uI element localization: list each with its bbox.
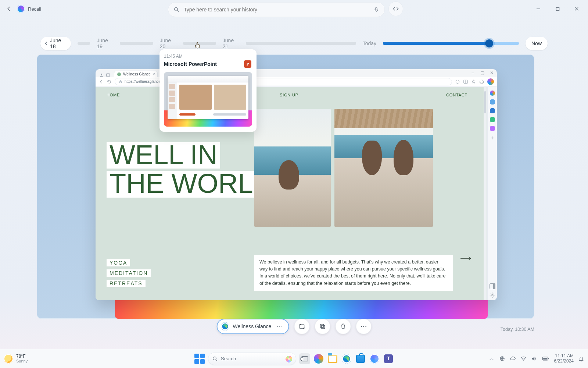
wifi-icon[interactable] (520, 355, 527, 362)
more-icon[interactable]: ⋯ (276, 322, 284, 330)
maximize-button[interactable] (549, 3, 566, 15)
timeline-segment[interactable] (78, 42, 90, 45)
copilot-icon (487, 78, 494, 85)
timeline-date-1: June 19 (97, 38, 113, 49)
copy-button[interactable] (315, 319, 330, 334)
copilot-taskbar-button[interactable] (313, 353, 324, 364)
notifications-icon[interactable] (578, 355, 584, 362)
site-tag: RETREATS (107, 280, 146, 287)
timeline-progress (383, 42, 489, 45)
shopping-icon (490, 117, 495, 122)
taskbar[interactable]: 78°F Sunny Search ︿ 11:11 AM 6/22/2024 (0, 349, 588, 368)
onedrive-icon[interactable] (510, 355, 516, 362)
site-nav-signup: SIGN UP (280, 93, 298, 97)
timeline-segment[interactable] (120, 42, 153, 45)
scrollbar (484, 87, 487, 300)
timeline-playhead[interactable] (485, 39, 493, 47)
browser-toolbar-icons (455, 78, 494, 85)
timeline[interactable]: June 18 June 19 June 20 June 21 Today No… (40, 35, 548, 52)
task-view-button[interactable] (299, 353, 310, 364)
svg-point-12 (361, 326, 362, 327)
outlook-icon (490, 108, 495, 113)
browser-refresh-icon (107, 79, 112, 84)
dev-toggle-button[interactable] (388, 1, 403, 16)
more-actions-button[interactable] (356, 319, 371, 334)
svg-rect-10 (321, 325, 325, 329)
start-button[interactable] (194, 353, 205, 364)
headline-line-2: THE WORLD (107, 171, 276, 197)
teams-taskbar-button[interactable] (383, 353, 394, 364)
mic-icon[interactable] (373, 6, 379, 13)
lock-icon (119, 80, 122, 84)
timeline-segment[interactable] (246, 42, 356, 45)
timeline-now-button[interactable]: Now (526, 37, 548, 50)
copilot-icon (490, 91, 495, 96)
titlebar: Recall (0, 0, 588, 18)
max-icon: ▢ (479, 70, 485, 76)
profile-icon (98, 73, 112, 77)
site-headline: WELL IN THE WORLD (107, 142, 276, 198)
svg-point-6 (456, 80, 459, 83)
drop-icon (490, 126, 495, 131)
svg-rect-5 (120, 81, 122, 83)
app-title: Recall (28, 6, 41, 12)
back-button[interactable] (1, 1, 16, 16)
taskbar-weather[interactable]: 78°F Sunny (4, 349, 28, 368)
site-photo-yoga (334, 109, 433, 227)
site-photo-meditation (254, 109, 331, 227)
site-nav-home: HOME (107, 93, 120, 101)
settings-icon (490, 292, 495, 298)
screenshot-button[interactable] (294, 319, 309, 334)
svg-point-8 (492, 294, 493, 296)
timeline-date-3: June 21 (223, 38, 239, 49)
volume-icon[interactable] (531, 355, 537, 362)
timeline-date-chip[interactable]: June 18 (40, 37, 71, 50)
svg-point-17 (523, 360, 524, 361)
svg-rect-20 (548, 358, 549, 359)
tab-favicon-icon (117, 72, 121, 76)
taskbar-clock[interactable]: 11:11 AM 6/22/2024 (554, 354, 574, 364)
close-button[interactable] (568, 3, 585, 15)
timeline-hover-card[interactable]: 11:45 AM Microsoft PowerPoint P (159, 49, 257, 132)
edge-taskbar-button[interactable] (341, 353, 352, 364)
browser-tabstrip: Wellness Glance ✕ (96, 69, 497, 77)
hover-card-title: Microsoft PowerPoint P (164, 60, 252, 68)
battery-icon[interactable] (542, 355, 550, 362)
earth-icon[interactable] (499, 355, 505, 362)
close-icon: ✕ (489, 70, 495, 76)
extensions-icon (479, 79, 484, 84)
sidebar-app-icon (490, 99, 495, 105)
file-explorer-button[interactable] (327, 353, 338, 364)
delete-button[interactable] (335, 319, 351, 334)
site-nav: HOME SIGN UP CONTACT (96, 93, 478, 101)
tray-overflow-icon[interactable]: ︿ (489, 355, 495, 362)
timeline-today-track[interactable] (383, 42, 519, 45)
store-taskbar-button[interactable] (355, 353, 366, 364)
search-icon (212, 356, 218, 362)
translate-icon (455, 79, 460, 84)
edge-icon (221, 322, 229, 330)
taskbar-search[interactable]: Search (208, 353, 296, 365)
minimize-button[interactable] (530, 3, 547, 15)
edge-sidebar-bottom (490, 283, 495, 298)
recall-taskbar-button[interactable] (369, 353, 380, 364)
open-in-app-button[interactable]: Wellness Glance ⋯ (217, 319, 289, 334)
split-icon (463, 79, 468, 84)
timeline-remaining (489, 42, 519, 45)
timeline-segment[interactable] (183, 42, 216, 45)
history-search-input[interactable] (183, 6, 370, 13)
history-search[interactable] (168, 2, 385, 17)
favorite-icon (471, 79, 476, 84)
captured-window-controls: − ▢ ✕ (470, 70, 495, 76)
tab-close-icon: ✕ (153, 72, 156, 76)
timeline-date-0: June 18 (50, 38, 66, 49)
chevron-left-icon (43, 40, 49, 46)
system-tray[interactable]: ︿ 11:11 AM 6/22/2024 (489, 349, 584, 368)
recall-app-icon (17, 5, 25, 13)
site-body-copy: We believe in wellness for all, and for … (254, 255, 453, 291)
weather-condition: Sunny (16, 359, 28, 363)
timeline-today-label: Today (363, 40, 376, 46)
svg-rect-11 (320, 324, 323, 328)
site-nav-contact: CONTACT (446, 93, 467, 101)
captured-browser-window: − ▢ ✕ Wellness Glance ✕ https://wellness… (96, 69, 497, 300)
